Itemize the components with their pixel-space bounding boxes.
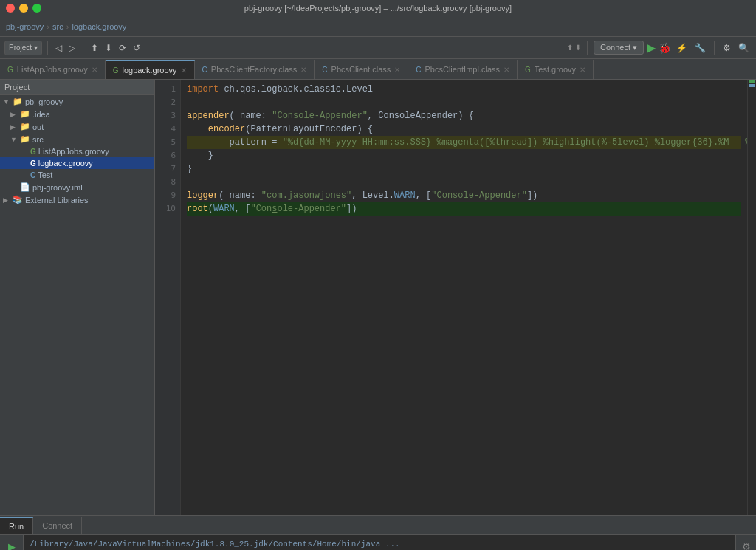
breadcrumb-src[interactable]: src: [52, 22, 63, 31]
breadcrumb-project[interactable]: pbj-groovy: [6, 22, 44, 31]
code-line-4: encoder(PatternLayoutEncoder) {: [187, 123, 741, 136]
toolbar-left: Project ▾ ◁ ▷ ⬆ ⬇ ⟳ ↺: [4, 41, 142, 55]
tab-pbcsclient[interactable]: C PbcsClient.class ✕: [315, 60, 408, 79]
tree-item-iml[interactable]: 📄 pbj-groovy.iml: [0, 181, 154, 193]
run-button[interactable]: ▶: [647, 41, 656, 55]
nav-down-button[interactable]: ⬇: [103, 41, 114, 55]
minimize-button[interactable]: [19, 4, 28, 13]
tree-item-listappjobs[interactable]: G ListAppJobs.groovy: [0, 145, 154, 157]
project-dropdown[interactable]: Project ▾: [4, 41, 42, 55]
tree-item-test[interactable]: C Test: [0, 169, 154, 181]
console-line-0: /Library/Java/JavaVirtualMachines/jdk1.8…: [30, 538, 729, 550]
close-tab-pbcsclientfactory[interactable]: ✕: [300, 66, 306, 74]
close-button[interactable]: [6, 4, 15, 13]
code-line-6: }: [187, 149, 741, 162]
editor-tabs: G ListAppJobs.groovy ✕ G logback.groovy …: [0, 59, 756, 80]
maximize-button[interactable]: [32, 4, 41, 13]
toolbar-right: ⬆ ⬇ Connect ▾ ▶ 🐞 ⚡ 🔧 ⚙ 🔍: [567, 41, 752, 55]
title-bar: pbj-groovy [~/IdeaProjects/pbj-groovy] –…: [0, 0, 756, 16]
connect-button[interactable]: Connect ▾: [594, 41, 644, 55]
run-play-button[interactable]: ▶: [4, 538, 20, 550]
tab-test[interactable]: G Test.groovy ✕: [518, 60, 594, 79]
project-sidebar: Project ▼ 📁 pbj-groovy ▶ 📁 .idea ▶ 📁 out…: [0, 80, 155, 515]
code-line-8: [187, 176, 741, 189]
tree-item-pbj-groovy[interactable]: ▼ 📁 pbj-groovy: [0, 95, 154, 108]
nav-up-button[interactable]: ⬆: [89, 41, 100, 55]
code-line-1: import ch.qos.logback.classic.Level: [187, 83, 741, 96]
editor-content[interactable]: 1 2 3 4 5 6 7 8 9 10 import ch.qos.logba…: [155, 80, 756, 515]
code-line-5: pattern = "%d{dd-MM-yyyy HH:mm:ss.SSS} %…: [187, 136, 741, 149]
bottom-tab-run[interactable]: Run: [0, 517, 33, 534]
code-line-7: }: [187, 162, 741, 176]
bottom-panel-tabs: Run Connect: [0, 516, 756, 535]
coverage-button[interactable]: ⚡: [674, 41, 690, 55]
nav-arrows: ⬆ ⬇: [567, 44, 581, 52]
window-title: pbj-groovy [~/IdeaProjects/pbj-groovy] –…: [244, 4, 512, 13]
editor-right-gutter: [747, 80, 756, 515]
editor-area: 1 2 3 4 5 6 7 8 9 10 import ch.qos.logba…: [155, 80, 756, 515]
bottom-panel-content: ▶ ⏹ ⬆ ⬇ ☰ ⇄ 📌 ✕ 🔧 ? /Library/Java/JavaVi…: [0, 535, 756, 550]
close-tab-logback[interactable]: ✕: [181, 66, 187, 75]
settings-button[interactable]: ⚙: [721, 41, 733, 55]
tree-item-external-libraries[interactable]: ▶ 📚 External Libraries: [0, 193, 154, 206]
nav-refresh-button[interactable]: ↺: [131, 41, 142, 55]
code-line-9: logger( name: "com.jasonwjones", Level.W…: [187, 189, 741, 202]
console-settings-panel: ⚙: [735, 535, 756, 550]
line-numbers: 1 2 3 4 5 6 7 8 9 10: [155, 80, 181, 515]
toolbar: Project ▾ ◁ ▷ ⬆ ⬇ ⟳ ↺ ⬆ ⬇ Connect ▾ ▶ 🐞 …: [0, 37, 756, 59]
tab-pbcsclientimpl[interactable]: C PbcsClientImpl.class ✕: [408, 60, 518, 79]
debug-button[interactable]: 🐞: [659, 42, 671, 54]
tree-item-logback[interactable]: G logback.groovy: [0, 157, 154, 169]
tab-pbcsclientfactory[interactable]: C PbcsClientFactory.class ✕: [195, 60, 315, 79]
tree-item-out[interactable]: ▶ 📁 out: [0, 120, 154, 133]
traffic-lights: [6, 4, 41, 13]
close-tab-listappjobs[interactable]: ✕: [92, 66, 97, 74]
nav-recent-button[interactable]: ⟳: [117, 41, 128, 55]
main-area: Project ▼ 📁 pbj-groovy ▶ 📁 .idea ▶ 📁 out…: [0, 80, 756, 515]
code-line-10: root(WARN, ["Console-Appender"]): [187, 202, 741, 216]
tab-listappjobs[interactable]: G ListAppJobs.groovy ✕: [0, 60, 106, 79]
close-tab-test[interactable]: ✕: [580, 66, 585, 74]
code-line-2: [187, 96, 741, 109]
tree-item-src[interactable]: ▼ 📁 src: [0, 133, 154, 145]
tab-logback[interactable]: G logback.groovy ✕: [106, 60, 195, 79]
code-line-3: appender( name: "Console-Appender", Cons…: [187, 109, 741, 123]
console-settings-button[interactable]: ⚙: [738, 538, 755, 550]
bottom-panel: Run Connect ▶ ⏹ ⬆ ⬇ ☰ ⇄ 📌 ✕ 🔧 ? /Library…: [0, 515, 756, 550]
bottom-tab-connect[interactable]: Connect: [33, 517, 82, 534]
code-editor[interactable]: import ch.qos.logback.classic.Level appe…: [181, 80, 747, 515]
sidebar-header: Project: [0, 80, 154, 95]
breadcrumb-file[interactable]: logback.groovy: [72, 22, 126, 31]
bottom-panel-sidebar: ▶ ⏹ ⬆ ⬇ ☰ ⇄ 📌 ✕ 🔧 ?: [0, 535, 24, 550]
search-everywhere-button[interactable]: 🔍: [736, 41, 752, 55]
console-output: /Library/Java/JavaVirtualMachines/jdk1.8…: [24, 535, 735, 550]
breadcrumb-bar: pbj-groovy › src › logback.groovy: [0, 16, 756, 37]
back-button[interactable]: ◁: [53, 41, 64, 55]
forward-button[interactable]: ▷: [66, 41, 78, 55]
tree-item-idea[interactable]: ▶ 📁 .idea: [0, 108, 154, 120]
close-tab-pbcsclient[interactable]: ✕: [394, 66, 400, 74]
profile-button[interactable]: 🔧: [693, 41, 708, 55]
close-tab-pbcsclientimpl[interactable]: ✕: [504, 66, 509, 74]
